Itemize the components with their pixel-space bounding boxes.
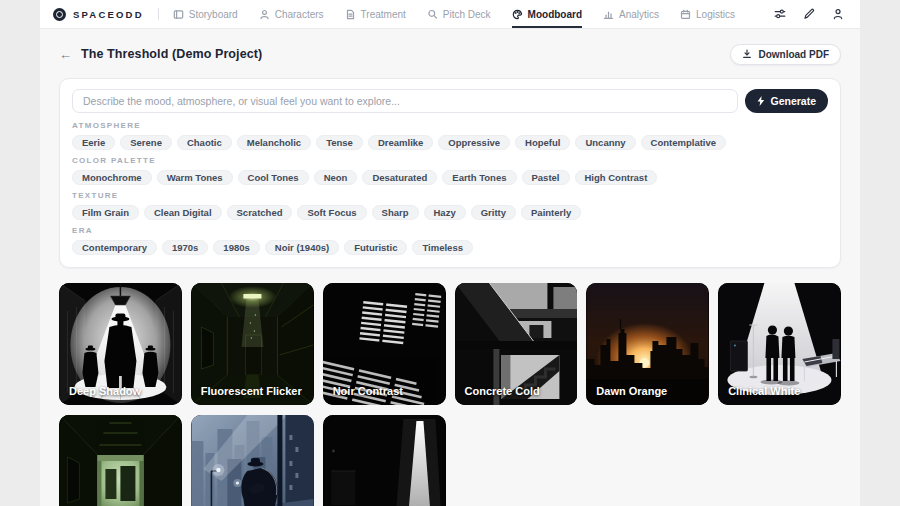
filter-section-color-palette: COLOR PALETTE Monochrome Warm Tones Cool…: [72, 156, 828, 185]
chip-tense[interactable]: Tense: [316, 135, 363, 150]
chip-painterly[interactable]: Painterly: [521, 205, 581, 220]
chip-warm-tones[interactable]: Warm Tones: [157, 170, 233, 185]
moodboard-tile-green-corridor[interactable]: [59, 415, 182, 506]
chip-row: Film Grain Clean Digital Scratched Soft …: [72, 205, 828, 220]
chip-scratched[interactable]: Scratched: [227, 205, 293, 220]
tab-treatment[interactable]: Treatment: [345, 0, 406, 28]
treatment-icon: [345, 9, 356, 20]
brand-logo-icon: [53, 8, 66, 21]
tile-title: Clinical White: [728, 385, 800, 397]
chip-eerie[interactable]: Eerie: [72, 135, 115, 150]
chip-uncanny[interactable]: Uncanny: [575, 135, 635, 150]
pitch-deck-icon: [427, 9, 438, 20]
filter-label: COLOR PALETTE: [72, 156, 828, 165]
generate-label: Generate: [770, 95, 816, 107]
chip-earth-tones[interactable]: Earth Tones: [442, 170, 516, 185]
filter-label: ERA: [72, 226, 828, 235]
tab-analytics[interactable]: Analytics: [603, 0, 659, 28]
mood-prompt-input[interactable]: [72, 89, 738, 113]
sliders-icon[interactable]: [774, 8, 786, 20]
chip-contemporary[interactable]: Contemporary: [72, 240, 157, 255]
brand[interactable]: SPACEODD: [53, 0, 144, 28]
page-header: ← The Threshold (Demo Project) Download …: [59, 43, 841, 65]
moodboard-tile-concrete-cold[interactable]: Concrete Cold: [455, 283, 578, 405]
download-icon: [742, 49, 752, 59]
tab-storyboard[interactable]: Storyboard: [173, 0, 238, 28]
tab-label: Characters: [275, 9, 324, 20]
tab-moodboard[interactable]: Moodboard: [512, 0, 582, 28]
download-pdf-button[interactable]: Download PDF: [730, 44, 841, 65]
chip-timeless[interactable]: Timeless: [412, 240, 473, 255]
analytics-icon: [603, 9, 614, 20]
tab-pitch-deck[interactable]: Pitch Deck: [427, 0, 491, 28]
nav-actions: [774, 0, 844, 28]
tile-image-green-corridor: [59, 415, 182, 506]
chip-1980s[interactable]: 1980s: [213, 240, 259, 255]
chip-1970s[interactable]: 1970s: [162, 240, 208, 255]
filter-label: ATMOSPHERE: [72, 121, 828, 130]
chip-melancholic[interactable]: Melancholic: [237, 135, 311, 150]
chip-noir-1940s[interactable]: Noir (1940s): [265, 240, 339, 255]
chip-row: Contemporary 1970s 1980s Noir (1940s) Fu…: [72, 240, 828, 255]
tile-title: Concrete Cold: [465, 385, 540, 397]
filter-section-era: ERA Contemporary 1970s 1980s Noir (1940s…: [72, 226, 828, 255]
edit-icon[interactable]: [803, 8, 815, 20]
top-navbar: SPACEODD Storyboard Characters Treatment…: [40, 0, 860, 29]
filter-label: TEXTURE: [72, 191, 828, 200]
chip-hazy[interactable]: Hazy: [424, 205, 466, 220]
filter-section-atmosphere: ATMOSPHERE Eerie Serene Chaotic Melancho…: [72, 121, 828, 150]
chip-clean-digital[interactable]: Clean Digital: [144, 205, 222, 220]
tab-label: Moodboard: [528, 9, 582, 20]
chip-serene[interactable]: Serene: [120, 135, 172, 150]
chip-oppressive[interactable]: Oppressive: [438, 135, 510, 150]
moodboard-tile-light-blade[interactable]: [323, 415, 446, 506]
chip-desaturated[interactable]: Desaturated: [362, 170, 437, 185]
moodboard-tile-clinical-white[interactable]: Clinical White: [718, 283, 841, 405]
chip-row: Eerie Serene Chaotic Melancholic Tense D…: [72, 135, 828, 150]
chip-hopeful[interactable]: Hopeful: [515, 135, 570, 150]
app-window: SPACEODD Storyboard Characters Treatment…: [40, 0, 860, 506]
chip-contemplative[interactable]: Contemplative: [641, 135, 726, 150]
chip-high-contrast[interactable]: High Contrast: [575, 170, 658, 185]
characters-icon: [259, 9, 270, 20]
tab-characters[interactable]: Characters: [259, 0, 324, 28]
brand-name: SPACEODD: [73, 9, 144, 20]
moodboard-tile-blue-street[interactable]: [191, 415, 314, 506]
chip-futuristic[interactable]: Futuristic: [344, 240, 407, 255]
chip-neon[interactable]: Neon: [314, 170, 358, 185]
nav-divider: [158, 8, 159, 20]
moodboard-controls-card: Generate ATMOSPHERE Eerie Serene Chaotic…: [59, 78, 841, 268]
moodboard-icon: [512, 9, 523, 20]
chip-pastel[interactable]: Pastel: [522, 170, 570, 185]
tile-title: Noir Contrast: [333, 385, 403, 397]
chip-monochrome[interactable]: Monochrome: [72, 170, 152, 185]
chip-cool-tones[interactable]: Cool Tones: [238, 170, 309, 185]
tile-title: Deep Shadow: [69, 385, 141, 397]
tab-label: Pitch Deck: [443, 9, 491, 20]
chip-row: Monochrome Warm Tones Cool Tones Neon De…: [72, 170, 828, 185]
lightning-icon: [757, 96, 765, 106]
tab-label: Storyboard: [189, 9, 238, 20]
moodboard-tile-fluorescent-flicker[interactable]: Fluorescent Flicker: [191, 283, 314, 405]
chip-gritty[interactable]: Gritty: [471, 205, 516, 220]
tile-image-blue-street: [191, 415, 314, 506]
moodboard-grid: Deep Shadow: [59, 283, 841, 506]
page-content: ← The Threshold (Demo Project) Download …: [40, 43, 860, 506]
moodboard-tile-noir-contrast[interactable]: Noir Contrast: [323, 283, 446, 405]
back-arrow-icon[interactable]: ←: [59, 48, 72, 61]
tab-label: Treatment: [361, 9, 406, 20]
tile-image-light-blade: [323, 415, 446, 506]
generate-button[interactable]: Generate: [745, 89, 828, 113]
moodboard-tile-deep-shadow[interactable]: Deep Shadow: [59, 283, 182, 405]
chip-sharp[interactable]: Sharp: [372, 205, 419, 220]
moodboard-tile-dawn-orange[interactable]: Dawn Orange: [586, 283, 709, 405]
chip-chaotic[interactable]: Chaotic: [177, 135, 232, 150]
tab-logistics[interactable]: Logistics: [680, 0, 735, 28]
chip-film-grain[interactable]: Film Grain: [72, 205, 139, 220]
tile-title: Fluorescent Flicker: [201, 385, 302, 397]
tile-title: Dawn Orange: [596, 385, 667, 397]
profile-icon[interactable]: [832, 8, 844, 20]
chip-dreamlike[interactable]: Dreamlike: [368, 135, 433, 150]
filter-section-texture: TEXTURE Film Grain Clean Digital Scratch…: [72, 191, 828, 220]
chip-soft-focus[interactable]: Soft Focus: [297, 205, 366, 220]
